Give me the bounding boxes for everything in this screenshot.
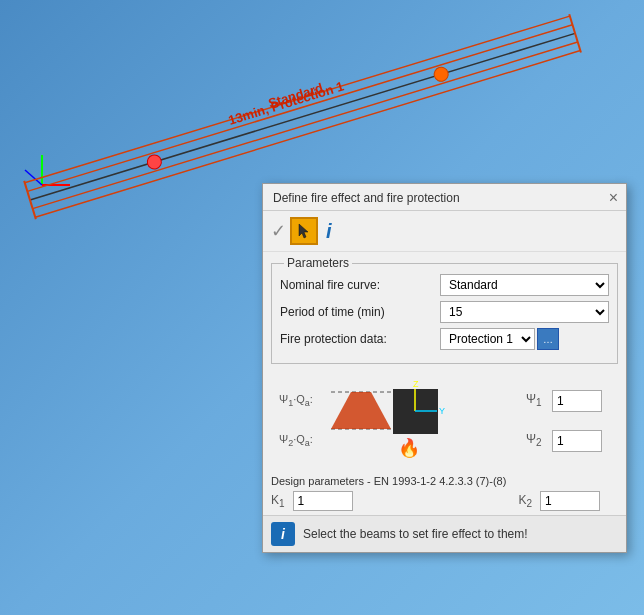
cursor-tool-button[interactable]	[290, 217, 318, 245]
nominal-fire-curve-row: Nominal fire curve: Standard ISO 834 Ext…	[280, 274, 609, 296]
svg-text:🔥: 🔥	[398, 437, 421, 459]
k1-input[interactable]	[293, 491, 353, 511]
info-tool-icon[interactable]: i	[326, 220, 332, 243]
dialog-titlebar: Define fire effect and fire protection ×	[263, 184, 626, 211]
diagram-area: Ψ1·Qa: Ψ2·Qa: Z Y	[271, 368, 618, 473]
psi1-qa-label: Ψ1·Qa:	[279, 393, 313, 408]
parameters-group: Parameters Nominal fire curve: Standard …	[271, 256, 618, 364]
period-of-time-select[interactable]: 15 30 45 60 90 120	[440, 301, 609, 323]
svg-line-2	[25, 170, 42, 185]
svg-line-4	[27, 25, 572, 192]
svg-line-8	[24, 181, 36, 219]
svg-text:Z: Z	[413, 379, 419, 389]
k2-input[interactable]	[540, 491, 600, 511]
info-icon: i	[271, 522, 295, 546]
dialog-title: Define fire effect and fire protection	[273, 191, 460, 205]
check-icon: ✓	[271, 220, 286, 242]
nominal-fire-curve-label: Nominal fire curve:	[280, 278, 440, 292]
psi2-qa-label: Ψ2·Qa:	[279, 433, 313, 448]
psi1-label: Ψ1	[526, 392, 546, 408]
design-params-title: Design parameters - EN 1993-1-2 4.2.3.3 …	[271, 475, 618, 487]
svg-text:13min, Protection 1: 13min, Protection 1	[226, 78, 345, 127]
browse-button[interactable]: …	[537, 328, 559, 350]
psi1-input[interactable]	[552, 390, 602, 412]
svg-text:Y: Y	[439, 406, 445, 416]
dialog-toolbar: ✓ i	[263, 211, 626, 252]
fire-protection-select-row: Protection 1 Protection 2 None …	[440, 328, 559, 350]
psi-inputs: Ψ1 Ψ2	[526, 390, 610, 452]
close-button[interactable]: ×	[609, 190, 618, 206]
svg-line-9	[569, 14, 581, 52]
load-diagram: Z Y 🔥	[321, 374, 461, 467]
psi2-row: Ψ2	[526, 430, 602, 452]
psi2-label: Ψ2	[526, 432, 546, 448]
design-params: Design parameters - EN 1993-1-2 4.2.3.3 …	[271, 475, 618, 511]
k2-label: K2	[518, 493, 532, 509]
period-of-time-label: Period of time (min)	[280, 305, 440, 319]
load-labels: Ψ1·Qa: Ψ2·Qa:	[279, 393, 313, 447]
svg-marker-14	[299, 224, 308, 238]
svg-point-11	[432, 66, 449, 83]
k-values-row: K1 K2	[271, 491, 618, 511]
period-of-time-row: Period of time (min) 15 30 45 60 90 120	[280, 301, 609, 323]
nominal-fire-curve-select[interactable]: Standard ISO 834 External Hydrocarbon	[440, 274, 609, 296]
info-message: Select the beams to set fire effect to t…	[303, 527, 528, 541]
info-bar: i Select the beams to set fire effect to…	[263, 515, 626, 552]
svg-line-5	[30, 33, 575, 200]
dialog: Define fire effect and fire protection ×…	[262, 183, 627, 553]
psi2-input[interactable]	[552, 430, 602, 452]
k1-label: K1	[271, 493, 285, 509]
fire-protection-label: Fire protection data:	[280, 332, 440, 346]
cursor-icon	[297, 223, 311, 239]
fire-protection-select[interactable]: Protection 1 Protection 2 None	[440, 328, 535, 350]
svg-marker-17	[331, 392, 391, 429]
params-legend: Parameters	[284, 256, 352, 270]
svg-point-10	[146, 153, 163, 170]
fire-protection-row: Fire protection data: Protection 1 Prote…	[280, 328, 609, 350]
psi1-row: Ψ1	[526, 390, 602, 412]
